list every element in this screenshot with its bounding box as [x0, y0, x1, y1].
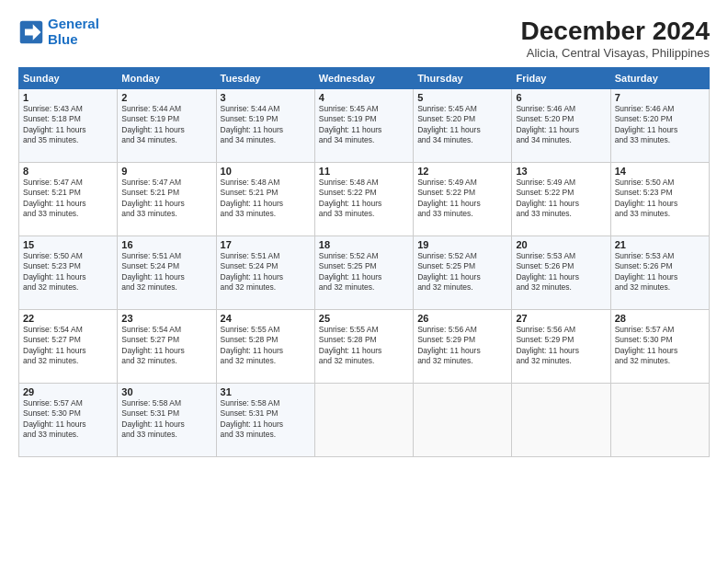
- header: General Blue December 2024 Alicia, Centr…: [18, 17, 710, 60]
- day-number: 1: [23, 92, 113, 103]
- day-info: Sunrise: 5:55 AM Sunset: 5:28 PM Dayligh…: [221, 325, 311, 367]
- day-info: Sunrise: 5:58 AM Sunset: 5:31 PM Dayligh…: [121, 398, 211, 441]
- day-number: 27: [516, 313, 606, 324]
- col-saturday: Saturday: [610, 68, 709, 89]
- calendar-cell: [414, 384, 512, 457]
- calendar-cell: 3Sunrise: 5:44 AM Sunset: 5:19 PM Daylig…: [216, 89, 314, 163]
- day-info: Sunrise: 5:46 AM Sunset: 5:20 PM Dayligh…: [516, 104, 606, 146]
- day-info: Sunrise: 5:45 AM Sunset: 5:20 PM Dayligh…: [417, 104, 507, 146]
- day-info: Sunrise: 5:45 AM Sunset: 5:19 PM Dayligh…: [319, 104, 409, 146]
- title-block: December 2024 Alicia, Central Visayas, P…: [521, 17, 710, 60]
- calendar-week-4: 22Sunrise: 5:54 AM Sunset: 5:27 PM Dayli…: [19, 310, 710, 384]
- calendar-cell: 12Sunrise: 5:49 AM Sunset: 5:22 PM Dayli…: [414, 163, 512, 236]
- day-info: Sunrise: 5:44 AM Sunset: 5:19 PM Dayligh…: [121, 104, 211, 146]
- day-info: Sunrise: 5:51 AM Sunset: 5:24 PM Dayligh…: [221, 251, 311, 293]
- day-info: Sunrise: 5:43 AM Sunset: 5:18 PM Dayligh…: [23, 104, 113, 146]
- day-number: 20: [516, 239, 606, 250]
- calendar-cell: 4Sunrise: 5:45 AM Sunset: 5:19 PM Daylig…: [314, 89, 413, 163]
- calendar-cell: 17Sunrise: 5:51 AM Sunset: 5:24 PM Dayli…: [216, 236, 314, 310]
- main-title: December 2024: [521, 17, 710, 46]
- calendar-week-5: 29Sunrise: 5:57 AM Sunset: 5:30 PM Dayli…: [19, 384, 710, 457]
- day-info: Sunrise: 5:57 AM Sunset: 5:30 PM Dayligh…: [23, 398, 113, 441]
- day-number: 13: [516, 166, 606, 177]
- day-number: 25: [319, 313, 409, 324]
- day-info: Sunrise: 5:47 AM Sunset: 5:21 PM Dayligh…: [121, 178, 211, 220]
- day-info: Sunrise: 5:51 AM Sunset: 5:24 PM Dayligh…: [121, 251, 211, 293]
- day-number: 23: [121, 313, 211, 324]
- day-info: Sunrise: 5:53 AM Sunset: 5:26 PM Dayligh…: [516, 251, 606, 293]
- calendar-cell: 26Sunrise: 5:56 AM Sunset: 5:29 PM Dayli…: [414, 310, 512, 384]
- logo-general: General: [48, 16, 99, 31]
- day-info: Sunrise: 5:49 AM Sunset: 5:22 PM Dayligh…: [516, 178, 606, 220]
- day-number: 31: [221, 386, 311, 397]
- calendar-cell: 18Sunrise: 5:52 AM Sunset: 5:25 PM Dayli…: [314, 236, 413, 310]
- col-friday: Friday: [512, 68, 610, 89]
- day-info: Sunrise: 5:53 AM Sunset: 5:26 PM Dayligh…: [615, 251, 705, 293]
- calendar-cell: 13Sunrise: 5:49 AM Sunset: 5:22 PM Dayli…: [512, 163, 610, 236]
- calendar-cell: [314, 384, 413, 457]
- calendar-cell: 22Sunrise: 5:54 AM Sunset: 5:27 PM Dayli…: [19, 310, 118, 384]
- calendar-cell: 8Sunrise: 5:47 AM Sunset: 5:21 PM Daylig…: [19, 163, 118, 236]
- calendar-cell: 29Sunrise: 5:57 AM Sunset: 5:30 PM Dayli…: [19, 384, 118, 457]
- calendar-cell: 28Sunrise: 5:57 AM Sunset: 5:30 PM Dayli…: [610, 310, 709, 384]
- calendar-cell: 15Sunrise: 5:50 AM Sunset: 5:23 PM Dayli…: [19, 236, 118, 310]
- page: General Blue December 2024 Alicia, Centr…: [0, 0, 728, 563]
- calendar-cell: 31Sunrise: 5:58 AM Sunset: 5:31 PM Dayli…: [216, 384, 314, 457]
- col-wednesday: Wednesday: [314, 68, 413, 89]
- logo-text: General Blue: [48, 17, 99, 47]
- day-info: Sunrise: 5:48 AM Sunset: 5:22 PM Dayligh…: [319, 178, 409, 220]
- day-number: 8: [23, 166, 113, 177]
- logo-blue: Blue: [48, 32, 99, 48]
- day-info: Sunrise: 5:47 AM Sunset: 5:21 PM Dayligh…: [23, 178, 113, 220]
- day-info: Sunrise: 5:57 AM Sunset: 5:30 PM Dayligh…: [615, 325, 705, 367]
- calendar-week-1: 1Sunrise: 5:43 AM Sunset: 5:18 PM Daylig…: [19, 89, 710, 163]
- calendar-cell: 19Sunrise: 5:52 AM Sunset: 5:25 PM Dayli…: [414, 236, 512, 310]
- day-number: 3: [221, 92, 311, 103]
- day-info: Sunrise: 5:52 AM Sunset: 5:25 PM Dayligh…: [417, 251, 507, 293]
- day-number: 19: [417, 239, 507, 250]
- day-number: 10: [221, 166, 311, 177]
- calendar-cell: 10Sunrise: 5:48 AM Sunset: 5:21 PM Dayli…: [216, 163, 314, 236]
- calendar-cell: 5Sunrise: 5:45 AM Sunset: 5:20 PM Daylig…: [414, 89, 512, 163]
- day-number: 2: [121, 92, 211, 103]
- calendar-cell: 16Sunrise: 5:51 AM Sunset: 5:24 PM Dayli…: [118, 236, 216, 310]
- day-number: 30: [121, 386, 211, 397]
- day-number: 4: [319, 92, 409, 103]
- calendar-header: Sunday Monday Tuesday Wednesday Thursday…: [19, 68, 710, 89]
- col-tuesday: Tuesday: [216, 68, 314, 89]
- day-number: 12: [417, 166, 507, 177]
- day-info: Sunrise: 5:54 AM Sunset: 5:27 PM Dayligh…: [23, 325, 113, 367]
- calendar-cell: 1Sunrise: 5:43 AM Sunset: 5:18 PM Daylig…: [19, 89, 118, 163]
- calendar-cell: 14Sunrise: 5:50 AM Sunset: 5:23 PM Dayli…: [610, 163, 709, 236]
- calendar-cell: [512, 384, 610, 457]
- calendar-cell: 6Sunrise: 5:46 AM Sunset: 5:20 PM Daylig…: [512, 89, 610, 163]
- calendar-cell: 30Sunrise: 5:58 AM Sunset: 5:31 PM Dayli…: [118, 384, 216, 457]
- day-info: Sunrise: 5:44 AM Sunset: 5:19 PM Dayligh…: [221, 104, 311, 146]
- day-info: Sunrise: 5:46 AM Sunset: 5:20 PM Dayligh…: [615, 104, 705, 146]
- day-number: 15: [23, 239, 113, 250]
- col-sunday: Sunday: [19, 68, 118, 89]
- day-info: Sunrise: 5:56 AM Sunset: 5:29 PM Dayligh…: [417, 325, 507, 367]
- day-number: 14: [615, 166, 705, 177]
- day-number: 9: [121, 166, 211, 177]
- day-info: Sunrise: 5:52 AM Sunset: 5:25 PM Dayligh…: [319, 251, 409, 293]
- day-number: 6: [516, 92, 606, 103]
- subtitle: Alicia, Central Visayas, Philippines: [521, 46, 710, 60]
- day-number: 11: [319, 166, 409, 177]
- calendar-week-2: 8Sunrise: 5:47 AM Sunset: 5:21 PM Daylig…: [19, 163, 710, 236]
- day-number: 17: [221, 239, 311, 250]
- day-number: 18: [319, 239, 409, 250]
- day-info: Sunrise: 5:55 AM Sunset: 5:28 PM Dayligh…: [319, 325, 409, 367]
- day-info: Sunrise: 5:49 AM Sunset: 5:22 PM Dayligh…: [417, 178, 507, 220]
- day-info: Sunrise: 5:50 AM Sunset: 5:23 PM Dayligh…: [23, 251, 113, 293]
- calendar-cell: 21Sunrise: 5:53 AM Sunset: 5:26 PM Dayli…: [610, 236, 709, 310]
- calendar-cell: 20Sunrise: 5:53 AM Sunset: 5:26 PM Dayli…: [512, 236, 610, 310]
- col-monday: Monday: [118, 68, 216, 89]
- day-number: 26: [417, 313, 507, 324]
- calendar-cell: 27Sunrise: 5:56 AM Sunset: 5:29 PM Dayli…: [512, 310, 610, 384]
- logo: General Blue: [18, 17, 99, 47]
- calendar-cell: 9Sunrise: 5:47 AM Sunset: 5:21 PM Daylig…: [118, 163, 216, 236]
- calendar-cell: 2Sunrise: 5:44 AM Sunset: 5:19 PM Daylig…: [118, 89, 216, 163]
- day-number: 7: [615, 92, 705, 103]
- day-info: Sunrise: 5:58 AM Sunset: 5:31 PM Dayligh…: [221, 398, 311, 441]
